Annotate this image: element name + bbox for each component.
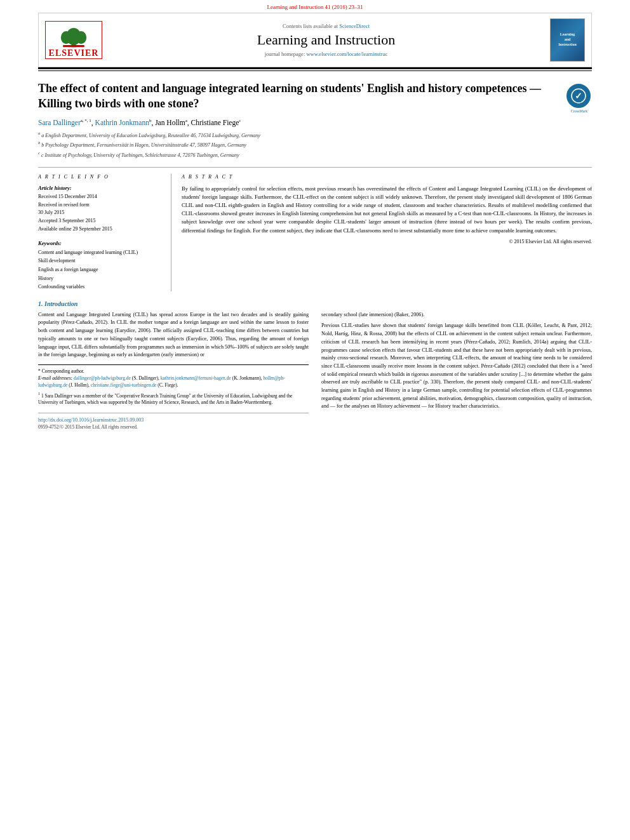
author-hollm: Jan Hollm bbox=[155, 119, 185, 126]
email-jonkmann[interactable]: kathrin.jonkmann@fernuni-hagen.de bbox=[161, 375, 231, 381]
body-section: 1. Introduction Content and Language Int… bbox=[38, 300, 592, 430]
doi-link[interactable]: http://dx.doi.org/10.1016/j.learninstruc… bbox=[38, 417, 144, 423]
body-right-text: secondary school (late immersion) (Baker… bbox=[321, 311, 592, 411]
email-dallinger[interactable]: dallinger@ph-ludwigsburg.de bbox=[74, 375, 131, 381]
affil-c: c c Institute of Psychology, University … bbox=[38, 150, 592, 159]
homepage-label: journal homepage: bbox=[265, 51, 305, 57]
article-info-abstract-section: A R T I C L E I N F O Article history: R… bbox=[38, 167, 592, 291]
affil-a: a a English Department, University of Ed… bbox=[38, 130, 592, 140]
keywords-title: Keywords: bbox=[38, 240, 163, 246]
author-sup-c: c bbox=[239, 118, 241, 123]
keyword-2: English as a foreign language bbox=[38, 265, 163, 274]
body-two-col: Content and Language Integrated Learning… bbox=[38, 311, 592, 430]
elsevier-logo-box: ELSEVIER bbox=[45, 21, 102, 59]
contents-text: Contents lists available at bbox=[283, 23, 338, 29]
affil-b: b b Psychology Department, Fernuniversit… bbox=[38, 140, 592, 149]
keyword-4: Confounding variables bbox=[38, 283, 163, 291]
elsevier-brand: ELSEVIER bbox=[49, 48, 99, 58]
crossmark-icon: ✓ bbox=[571, 88, 586, 103]
svg-point-2 bbox=[61, 31, 72, 44]
body-right-col: secondary school (late immersion) (Baker… bbox=[321, 311, 592, 430]
keyword-0: Content and language integrated learning… bbox=[38, 248, 163, 257]
journal-center: Contents lists available at ScienceDirec… bbox=[102, 23, 550, 57]
author-jonkmann: Kathrin Jonkmann bbox=[95, 119, 149, 126]
journal-citation: Learning and Instruction 41 (2016) 23–31 bbox=[0, 0, 630, 13]
body-left-text: Content and Language Integrated Learning… bbox=[38, 311, 309, 359]
paper-title: The effect of content and language integ… bbox=[38, 81, 560, 112]
article-history-block: Article history: Received 15 December 20… bbox=[38, 185, 163, 234]
cover-text: LearningandInstruction bbox=[558, 32, 577, 47]
abstract-paragraph: By failing to appropriately control for … bbox=[182, 185, 592, 235]
contents-line: Contents lists available at ScienceDirec… bbox=[102, 23, 550, 29]
elsevier-logo: ELSEVIER bbox=[45, 21, 102, 59]
author-fiege: Christiane Fiege bbox=[191, 119, 239, 126]
main-content: The effect of content and language integ… bbox=[0, 71, 630, 439]
journal-homepage: journal homepage: www.elsevier.com/locat… bbox=[102, 51, 550, 57]
elsevier-tree-icon bbox=[48, 22, 99, 48]
body-left-col: Content and Language Integrated Learning… bbox=[38, 311, 309, 430]
footnote-area: * Corresponding author. E-mail addresses… bbox=[38, 364, 309, 406]
issn-text: 0959-4752/© 2015 Elsevier Ltd. All right… bbox=[38, 424, 309, 430]
bottom-bar: http://dx.doi.org/10.1016/j.learninstruc… bbox=[38, 413, 309, 430]
author-dallinger: Sara Dallinger bbox=[38, 119, 81, 126]
email-fiege[interactable]: christiane.fiege@uni-tuebingen.de bbox=[91, 382, 157, 388]
keyword-1: Skill development bbox=[38, 257, 163, 265]
paper-title-section: The effect of content and language integ… bbox=[38, 81, 592, 113]
journal-cover: LearningandInstruction bbox=[550, 18, 585, 62]
author-sup-a: a, *, 1 bbox=[81, 118, 91, 123]
body-para-left-0: Content and Language Integrated Learning… bbox=[38, 311, 309, 359]
abstract-text: By failing to appropriately control for … bbox=[182, 185, 592, 235]
crossmark-label: CrossMark bbox=[566, 109, 592, 113]
svg-text:✓: ✓ bbox=[575, 91, 582, 101]
section1-heading: 1. Introduction bbox=[38, 300, 592, 307]
footnote-1: 1 1 Sara Dallinger was a member of the "… bbox=[38, 391, 309, 406]
revised-label: Received in revised form bbox=[38, 201, 163, 210]
crossmark: ✓ CrossMark bbox=[566, 84, 592, 113]
keyword-3: History bbox=[38, 274, 163, 283]
header-rule-thick bbox=[38, 67, 592, 69]
author-sup-a2: a bbox=[185, 118, 187, 123]
citation-text: Learning and Instruction 41 (2016) 23–31 bbox=[267, 4, 363, 10]
footnote-emails: E-mail addresses: dallinger@ph-ludwigsbu… bbox=[38, 375, 309, 389]
authors-line: Sara Dallingera, *, 1, Kathrin Jonkmannb… bbox=[38, 118, 592, 126]
journal-header: ELSEVIER Contents lists available at Sci… bbox=[38, 13, 592, 67]
article-info-label: A R T I C L E I N F O bbox=[38, 174, 163, 180]
article-info-col: A R T I C L E I N F O Article history: R… bbox=[38, 174, 171, 291]
journal-homepage-link[interactable]: www.elsevier.com/locate/learninstruc bbox=[306, 51, 387, 57]
received-date: Received 15 December 2014 bbox=[38, 193, 163, 201]
copyright-text: © 2015 Elsevier Ltd. All rights reserved… bbox=[182, 239, 592, 244]
keywords-block: Keywords: Content and language integrate… bbox=[38, 240, 163, 291]
body-para-right-0: secondary school (late immersion) (Baker… bbox=[321, 311, 592, 319]
footnote-email-label: E-mail addresses: bbox=[38, 375, 72, 381]
revised-date: 30 July 2015 bbox=[38, 209, 163, 217]
journal-title: Learning and Instruction bbox=[102, 32, 550, 48]
author-sup-b: b bbox=[149, 118, 152, 123]
footnote-star: * Corresponding author. bbox=[38, 368, 309, 375]
sciencedirect-link[interactable]: ScienceDirect bbox=[339, 23, 370, 29]
body-para-right-1: Previous CLIL-studies have shown that st… bbox=[321, 322, 592, 411]
svg-rect-4 bbox=[63, 45, 84, 47]
history-title: Article history: bbox=[38, 185, 163, 191]
accepted-date: Accepted 3 September 2015 bbox=[38, 217, 163, 225]
svg-point-3 bbox=[76, 31, 86, 44]
online-date: Available online 29 September 2015 bbox=[38, 225, 163, 234]
affiliations: a a English Department, University of Ed… bbox=[38, 130, 592, 159]
abstract-label: A B S T R A C T bbox=[182, 174, 592, 180]
footnote-1-text: 1 Sara Dallinger was a member of the "Co… bbox=[38, 392, 292, 405]
crossmark-badge[interactable]: ✓ bbox=[566, 84, 591, 108]
cover-image: LearningandInstruction bbox=[550, 18, 585, 62]
abstract-col: A B S T R A C T By failing to appropriat… bbox=[182, 174, 592, 291]
